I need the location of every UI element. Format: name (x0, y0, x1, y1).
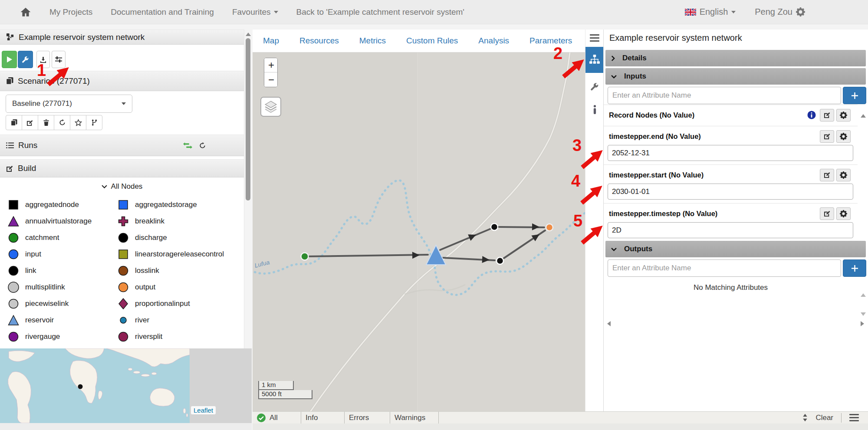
attribute-edit-button[interactable] (820, 130, 834, 143)
attribute-edit-button[interactable] (820, 169, 834, 181)
scenario-refresh-button[interactable] (54, 115, 70, 130)
nav-item-favourites[interactable]: Favourites (232, 7, 278, 17)
node-type-discharge[interactable]: discharge (114, 230, 242, 246)
scrollbar-thumb[interactable] (246, 38, 250, 200)
attribute-settings-button[interactable] (836, 207, 851, 220)
node-type-multisplitlink[interactable]: multisplitlink (4, 279, 114, 295)
outputs-scroll-down[interactable] (861, 312, 866, 316)
attribute-edit-button[interactable] (820, 109, 834, 121)
node-type-breaklink[interactable]: breaklink (114, 213, 242, 230)
node-type-input[interactable]: input (4, 246, 114, 263)
inputs-accordion-header[interactable]: Inputs (605, 68, 866, 85)
tab-resources[interactable]: Resources (299, 36, 339, 46)
node-type-label: aggregatednode (25, 200, 79, 209)
scenario-select[interactable]: Baseline (277071) (6, 95, 132, 113)
node-type-rivergauge[interactable]: rivergauge (4, 328, 114, 345)
plus-icon (852, 92, 858, 99)
zoom-out-button[interactable]: − (264, 72, 278, 87)
map-node-output[interactable] (546, 224, 553, 231)
filter-label: Info (306, 414, 318, 422)
tab-map[interactable]: Map (263, 36, 279, 46)
tab-parameters[interactable]: Parameters (529, 36, 572, 46)
node-type-riversplit[interactable]: riversplit (114, 328, 242, 345)
layers-control[interactable] (260, 97, 281, 117)
node-type-aggregatedstorage[interactable]: aggregatedstorage (114, 197, 242, 213)
inputs-scroll-up[interactable] (861, 114, 866, 118)
network-sidebar: Example reservoir system network (0, 30, 252, 430)
user-menu[interactable]: Peng Zou (755, 7, 805, 17)
tab-metrics[interactable]: Metrics (359, 36, 386, 46)
outputs-accordion-header[interactable]: Outputs (605, 241, 866, 257)
map-node-catchment[interactable] (301, 253, 309, 260)
scenario-favourite-button[interactable] (70, 115, 86, 130)
filter-info[interactable]: Info (301, 412, 345, 423)
overview-minimap[interactable]: Leaflet (0, 348, 252, 423)
tools-tab[interactable] (585, 78, 604, 95)
sidebar-footer-strip (0, 423, 252, 430)
node-type-reservoir[interactable]: reservoir (4, 312, 114, 328)
network-attributes-tab[interactable] (585, 47, 604, 73)
attribute-edit-button[interactable] (820, 207, 834, 220)
attribute-value-input[interactable] (608, 184, 853, 200)
nav-item-documentation-and-training[interactable]: Documentation and Training (111, 7, 214, 17)
run-model-button[interactable] (2, 51, 17, 68)
attribute-settings-button[interactable] (836, 109, 851, 121)
clear-messages-button[interactable]: Clear (815, 414, 833, 422)
messages-menu-button[interactable] (849, 414, 859, 421)
home-icon[interactable] (20, 7, 31, 18)
scenario-clone-button[interactable] (6, 115, 22, 130)
node-type-piecewiselink[interactable]: piecewiselink (4, 295, 114, 312)
inputs-attribute-name-input[interactable] (608, 87, 841, 104)
map-node-link-upper[interactable] (491, 223, 498, 230)
node-type-river[interactable]: river (114, 312, 242, 328)
info-tab[interactable] (585, 101, 604, 118)
language-selector[interactable]: English (685, 7, 736, 17)
filter-all[interactable]: All (253, 412, 301, 423)
node-type-proportionalinput[interactable]: proportionalinput (114, 295, 242, 312)
leaflet-attribution[interactable]: Leaflet (191, 406, 216, 414)
attribute-settings-button[interactable] (836, 169, 851, 181)
node-type-aggregatednode[interactable]: aggregatednode (4, 197, 114, 213)
node-type-linearstoragereleasecontrol[interactable]: linearstoragereleasecontrol (114, 246, 242, 263)
build-header[interactable]: Build (0, 159, 244, 177)
inputs-add-attribute-button[interactable] (843, 87, 866, 104)
map-node-link-lower[interactable] (496, 257, 503, 264)
annotation-number-2: 2 (553, 45, 562, 62)
attribute-label: timestepper.timestep (No Value) (609, 210, 717, 218)
node-type-losslink[interactable]: losslink (114, 263, 242, 279)
settings-wrench-button[interactable] (18, 51, 33, 68)
details-accordion-header[interactable]: Details (605, 50, 866, 66)
filter-errors[interactable]: Errors (345, 412, 390, 423)
exchange-icon[interactable] (183, 142, 192, 149)
attribute-info-icon[interactable] (807, 111, 816, 119)
runs-header[interactable]: Runs (0, 135, 244, 156)
node-type-output[interactable]: output (114, 279, 242, 295)
node-type-link[interactable]: link (4, 263, 114, 279)
refresh-icon[interactable] (199, 142, 206, 149)
attribute-value-input[interactable] (608, 222, 853, 238)
outputs-attribute-name-input[interactable] (608, 259, 841, 277)
outputs-scroll-up[interactable] (861, 293, 866, 297)
node-type-annualvirtualstorage[interactable]: annualvirtualstorage (4, 213, 114, 230)
scenario-selected-label: Baseline (277071) (12, 99, 72, 108)
scenario-branch-button[interactable] (86, 115, 102, 130)
attributes-scroll-left[interactable] (607, 321, 611, 326)
panel-menu-button[interactable] (585, 31, 604, 44)
zoom-in-button[interactable]: + (264, 58, 278, 72)
attributes-scroll-right[interactable] (861, 321, 864, 326)
tab-custom-rules[interactable]: Custom Rules (406, 36, 458, 46)
scenario-delete-button[interactable] (38, 115, 54, 130)
network-map[interactable]: Lufua (253, 53, 585, 411)
tab-analysis[interactable]: Analysis (478, 36, 509, 46)
outputs-add-attribute-button[interactable] (843, 259, 866, 277)
all-nodes-toggle[interactable]: All Nodes (0, 181, 244, 193)
sidebar-scrollbar[interactable] (244, 30, 252, 348)
sort-messages-icon[interactable] (802, 414, 808, 422)
filter-warnings[interactable]: Warnings (390, 412, 439, 423)
nav-item-back-to-example-catchment-rese[interactable]: Back to 'Example catchment reservoir sys… (296, 7, 464, 17)
nav-item-my-projects[interactable]: My Projects (49, 7, 92, 17)
node-type-catchment[interactable]: catchment (4, 230, 114, 246)
attribute-settings-button[interactable] (836, 130, 851, 143)
attribute-value-input[interactable] (608, 145, 853, 161)
scenario-edit-button[interactable] (22, 115, 38, 130)
